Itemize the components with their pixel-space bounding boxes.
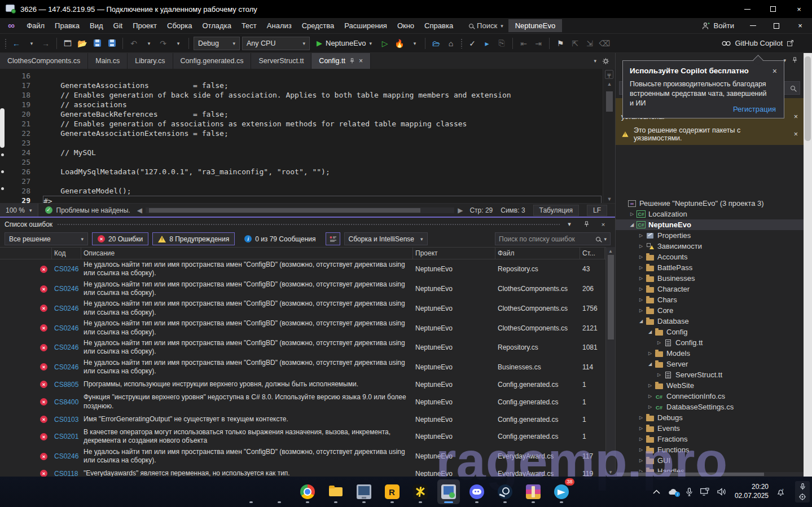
tree-item[interactable]: ▷ BattlePass bbox=[616, 262, 804, 273]
scroll-left-icon[interactable]: ◀ bbox=[137, 206, 142, 214]
error-search-box[interactable]: ▾ bbox=[495, 232, 611, 245]
menu-item[interactable]: Анализ bbox=[262, 19, 297, 32]
scroll-down-icon[interactable]: ▼ bbox=[606, 470, 615, 475]
code-line[interactable]: 16 bbox=[10, 71, 602, 81]
menu-item[interactable]: Проект bbox=[128, 19, 162, 32]
editor-scrollbar[interactable]: ╤ ▲ ▼ bbox=[603, 69, 615, 203]
description-column-header[interactable]: Описание bbox=[81, 248, 413, 259]
github-copilot-button[interactable]: GitHub Copilot bbox=[722, 39, 809, 47]
vs-close-button[interactable]: × bbox=[788, 18, 812, 33]
tree-item[interactable]: ◢ Server bbox=[616, 359, 804, 369]
error-row[interactable]: CS0246 Не удалось найти тип или имя прос… bbox=[0, 259, 615, 279]
error-row[interactable]: CS0246 Не удалось найти тип или имя прос… bbox=[0, 279, 615, 299]
winrar-icon[interactable] bbox=[522, 479, 545, 504]
error-row[interactable]: CS8805 Программы, использующие инструкци… bbox=[0, 377, 615, 392]
expander-icon[interactable]: ▷ bbox=[637, 265, 645, 270]
error-row[interactable]: CS0246 Не удалось найти тип или имя прос… bbox=[0, 447, 615, 466]
chrome-icon[interactable] bbox=[296, 479, 319, 504]
tree-item[interactable]: ▷ Businesses bbox=[616, 273, 804, 284]
tree-item[interactable]: ▷ Fractions bbox=[616, 434, 804, 444]
expander-icon[interactable]: ▷ bbox=[637, 244, 645, 249]
error-search-input[interactable] bbox=[499, 235, 592, 243]
multiline-toggle-button[interactable] bbox=[326, 232, 340, 245]
expander-icon[interactable]: ◢ bbox=[646, 361, 654, 367]
expander-icon[interactable]: ▷ bbox=[646, 383, 654, 388]
document-tab[interactable]: ServerStruct.tt × bbox=[251, 53, 311, 69]
bookmark-prev-button[interactable]: ⇱ bbox=[569, 37, 581, 50]
code-line[interactable]: 20 GenerateBackReferences = false; bbox=[10, 109, 602, 119]
registration-link[interactable]: Регистрация bbox=[733, 105, 776, 113]
tree-item[interactable]: ▷ Chars bbox=[616, 294, 804, 305]
search-menu-button[interactable]: Поиск ▾ bbox=[464, 20, 508, 32]
expander-icon[interactable]: ▷ bbox=[637, 426, 645, 431]
severity-column-header[interactable] bbox=[0, 248, 52, 259]
error-code-link[interactable]: CS0246 bbox=[52, 363, 81, 371]
tabs-indicator[interactable]: Табуляция bbox=[533, 205, 579, 216]
copy-lines-button[interactable]: ⎘ bbox=[495, 37, 508, 50]
expander-icon[interactable]: ▷ bbox=[637, 276, 645, 281]
expander-icon[interactable]: ◢ bbox=[628, 222, 636, 227]
error-code-link[interactable]: CS8805 bbox=[52, 381, 81, 389]
tray-overflow-chevron-icon[interactable] bbox=[653, 490, 660, 494]
steam-icon[interactable] bbox=[494, 479, 516, 504]
vs-maximize-button[interactable] bbox=[765, 18, 788, 33]
configuration-combo[interactable]: Debug▾ bbox=[194, 37, 240, 50]
scroll-up-icon[interactable]: ▲ bbox=[603, 81, 616, 87]
expander-icon[interactable]: ▷ bbox=[637, 447, 645, 452]
toolbar-grip[interactable] bbox=[5, 38, 7, 49]
navigate-back-button[interactable]: ← bbox=[10, 37, 23, 50]
menu-item[interactable]: Вид bbox=[85, 19, 108, 32]
tree-item[interactable]: ▷ Localization bbox=[616, 209, 804, 219]
code-line[interactable]: 22 GenerateAssociationExtensions = false… bbox=[10, 129, 602, 138]
save-all-button[interactable] bbox=[106, 37, 118, 50]
rdp-maximize-button[interactable] bbox=[760, 0, 786, 18]
tree-item[interactable]: ▷ ServerStruct.tt bbox=[616, 369, 804, 380]
expander-icon[interactable]: ▷ bbox=[646, 404, 654, 409]
editor-scroll-thumb[interactable] bbox=[606, 91, 613, 112]
code-line[interactable]: 27 bbox=[10, 177, 602, 186]
error-code-link[interactable]: CS0103 bbox=[52, 416, 81, 424]
expander-icon[interactable]: ▷ bbox=[655, 340, 663, 345]
error-row[interactable]: CS0103 Имя "ErrorGeneratingOutput" не су… bbox=[0, 412, 615, 427]
tree-item[interactable]: ◢ Database bbox=[616, 316, 804, 327]
tree-item[interactable]: ▷ DatabaseSettings.cs bbox=[616, 402, 804, 412]
expander-icon[interactable]: ▷ bbox=[646, 394, 654, 399]
error-row[interactable]: CS0246 Не удалось найти тип или имя прос… bbox=[0, 358, 615, 377]
tree-item[interactable]: ◢ Config bbox=[616, 327, 804, 337]
vs-minimize-button[interactable] bbox=[741, 18, 765, 33]
redo-dropdown[interactable]: ▾ bbox=[172, 37, 184, 50]
bookmark-next-button[interactable]: ⇲ bbox=[583, 37, 596, 50]
tree-item[interactable]: ▷ Config.tt bbox=[616, 337, 804, 348]
hot-reload-dropdown[interactable]: ▾ bbox=[408, 37, 420, 50]
speaker-icon[interactable] bbox=[717, 488, 727, 496]
ragemp-icon[interactable] bbox=[409, 479, 432, 504]
indent-increase-button[interactable]: ⇥ bbox=[532, 37, 545, 50]
panel-drag-handle[interactable] bbox=[57, 223, 560, 226]
undo-dropdown[interactable]: ▾ bbox=[142, 37, 155, 50]
navigate-forward-button[interactable]: → bbox=[39, 37, 52, 50]
document-tab[interactable]: Library.cs × bbox=[128, 53, 173, 69]
tree-item[interactable]: ▷ Models bbox=[616, 348, 804, 359]
bookmark-toggle-button[interactable]: ⚑ bbox=[554, 37, 567, 50]
code-line[interactable]: 28 GenerateModel(); bbox=[10, 186, 602, 196]
expander-icon[interactable]: ▷ bbox=[646, 351, 654, 356]
messages-filter-button[interactable]: 0 из 79 Сообщения bbox=[239, 232, 321, 245]
onedrive-icon[interactable]: i bbox=[668, 488, 678, 495]
error-code-link[interactable]: CS0118 bbox=[52, 470, 81, 477]
rockstar-games-icon[interactable]: R bbox=[381, 479, 403, 504]
error-code-link[interactable]: CS0246 bbox=[52, 343, 81, 351]
code-editor[interactable]: 16 17 GenerateAssociations = false; 18 bbox=[0, 69, 615, 203]
line-column-header[interactable]: Ст... bbox=[580, 248, 605, 259]
undo-button[interactable]: ↶ bbox=[128, 37, 140, 50]
pin-panel-icon[interactable] bbox=[581, 221, 591, 227]
hot-reload-button[interactable]: 🔥 bbox=[393, 37, 406, 50]
spell-check-button[interactable]: ✓ bbox=[466, 37, 479, 50]
indent-decrease-button[interactable]: ⇤ bbox=[517, 37, 530, 50]
search-icon[interactable] bbox=[268, 479, 291, 504]
expander-icon[interactable]: ▷ bbox=[637, 458, 645, 463]
tree-item[interactable]: ▷ Debugs bbox=[616, 412, 804, 423]
open-file-button[interactable]: 📂 bbox=[76, 37, 89, 50]
tree-item[interactable]: ▷ Properties bbox=[616, 230, 804, 241]
tree-item[interactable]: ▷ Handles bbox=[616, 466, 804, 472]
bookmark-clear-button[interactable]: ⌫ bbox=[598, 37, 611, 50]
